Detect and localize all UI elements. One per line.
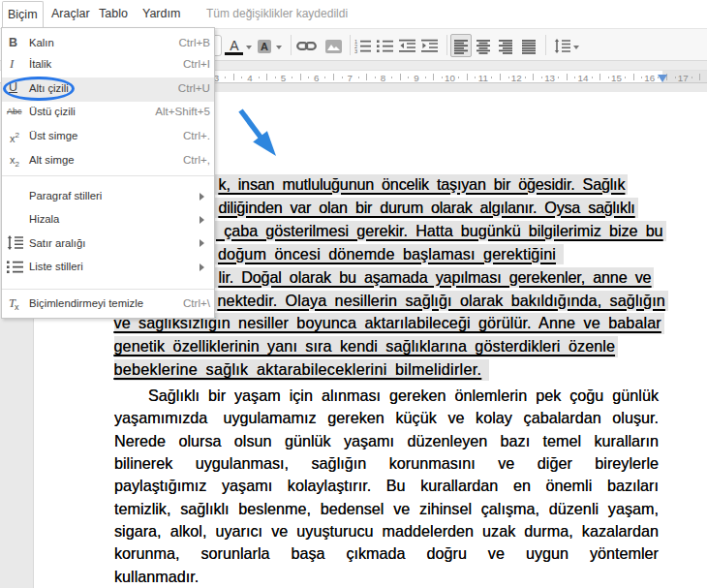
svg-text:3: 3 <box>354 48 357 53</box>
